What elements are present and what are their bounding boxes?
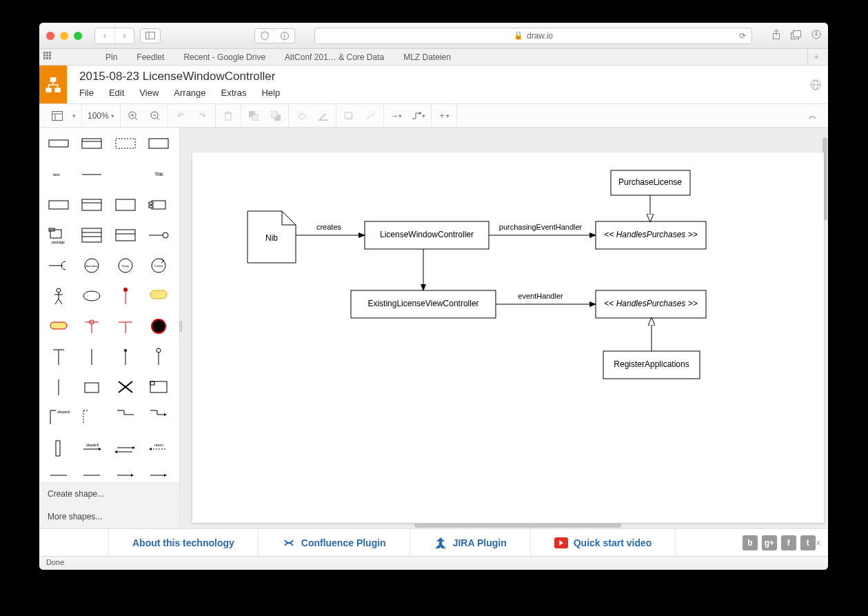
shape-thumb[interactable]	[77, 373, 108, 402]
waypoint-style-button[interactable]: ▾	[412, 109, 425, 123]
language-button[interactable]	[803, 66, 828, 103]
shape-thumb[interactable]	[110, 221, 142, 250]
shape-thumb[interactable]	[143, 312, 175, 341]
shape-thumb[interactable]	[77, 191, 108, 220]
shape-thumb[interactable]	[77, 404, 108, 433]
bookmark-link[interactable]: Pin	[96, 52, 127, 62]
bookmark-link[interactable]: Recent - Google Drive	[174, 52, 275, 62]
shape-thumb[interactable]: Boundary	[77, 252, 108, 281]
close-promo-button[interactable]: ×	[816, 537, 821, 548]
shape-thumb[interactable]	[143, 464, 175, 482]
shape-thumb[interactable]	[77, 221, 108, 250]
connector-style-button[interactable]: → ▾	[390, 109, 403, 123]
zoom-level[interactable]: 100% ▾	[88, 111, 114, 121]
more-shapes-button[interactable]: More shapes...	[39, 506, 179, 528]
chevron-down-icon[interactable]: ▾	[72, 112, 76, 119]
horizontal-scrollbar[interactable]	[414, 523, 621, 528]
shape-thumb[interactable]	[110, 464, 142, 482]
promo-confluence[interactable]: Confluence Plugin	[259, 529, 410, 556]
sidebar-toggle-button[interactable]	[140, 28, 161, 43]
downloads-icon[interactable]	[811, 30, 821, 42]
shape-thumb[interactable]	[43, 373, 75, 402]
sidebar-splitter[interactable]	[179, 321, 182, 332]
shape-thumb[interactable]: Entity	[110, 252, 142, 281]
googleplus-icon[interactable]: g+	[762, 535, 777, 550]
shape-thumb[interactable]	[110, 404, 142, 433]
shape-thumb[interactable]	[43, 130, 75, 159]
shape-thumb[interactable]	[143, 130, 175, 159]
shape-thumb[interactable]	[110, 191, 142, 220]
shape-thumb[interactable]	[110, 130, 142, 159]
menu-edit[interactable]: Edit	[109, 88, 124, 98]
url-bar[interactable]: 🔒 draw.io ⟳	[314, 28, 752, 44]
shape-thumb[interactable]	[110, 343, 142, 372]
blogger-icon[interactable]: b	[743, 535, 758, 550]
shape-thumb[interactable]	[43, 191, 75, 220]
shape-thumb[interactable]	[77, 343, 108, 372]
menu-arrange[interactable]: Arrange	[174, 88, 205, 98]
shape-thumb[interactable]: Control	[143, 252, 175, 281]
delete-button[interactable]	[221, 109, 235, 123]
insert-button[interactable]: ＋ ▾	[437, 109, 451, 123]
to-back-button[interactable]	[269, 109, 283, 123]
shape-thumb[interactable]	[110, 373, 142, 402]
promo-jira[interactable]: JIRA Plugin	[410, 529, 531, 556]
shape-thumb[interactable]	[110, 434, 142, 463]
bookmark-link[interactable]: MLZ Dateien	[394, 52, 461, 62]
redo-button[interactable]: ↷	[196, 109, 210, 123]
shape-thumb[interactable]	[110, 161, 142, 190]
shape-thumb[interactable]	[143, 282, 175, 311]
tabs-icon[interactable]	[791, 30, 802, 42]
shape-thumb[interactable]	[43, 464, 75, 482]
twitter-icon[interactable]: t	[800, 535, 816, 550]
shape-thumb[interactable]: dispatch	[77, 434, 108, 463]
shape-thumb[interactable]	[143, 373, 175, 402]
shape-thumb[interactable]	[77, 464, 108, 482]
shape-thumb[interactable]: dispatch	[43, 404, 75, 433]
top-sites-icon[interactable]	[43, 52, 54, 63]
shape-thumb[interactable]	[77, 282, 108, 311]
app-logo[interactable]	[39, 66, 67, 103]
close-window-button[interactable]	[46, 32, 54, 40]
shape-thumb[interactable]	[43, 282, 75, 311]
zoom-in-button[interactable]	[126, 109, 140, 123]
create-shape-button[interactable]: Create shape...	[39, 483, 179, 506]
diagram-canvas[interactable]: Nib LicenseWindowController ExistingLice…	[192, 152, 824, 523]
shadow-button[interactable]	[342, 109, 356, 123]
forward-button[interactable]: ›	[114, 28, 134, 43]
shape-thumb[interactable]	[77, 312, 108, 341]
facebook-icon[interactable]: f	[781, 535, 796, 550]
shape-thumb[interactable]: return	[143, 434, 175, 463]
to-front-button[interactable]	[247, 109, 261, 123]
info-button[interactable]: i	[274, 28, 295, 43]
shape-thumb[interactable]	[143, 221, 175, 250]
fill-color-button[interactable]	[294, 109, 308, 123]
shape-thumb[interactable]	[110, 312, 142, 341]
document-title[interactable]: 2015-08-23 LicenseWindowController	[79, 70, 791, 83]
menu-help[interactable]: Help	[261, 88, 280, 98]
line-color-button[interactable]	[316, 109, 330, 123]
shape-thumb[interactable]	[43, 434, 75, 463]
share-icon[interactable]	[771, 29, 781, 43]
shape-thumb[interactable]: Title	[143, 161, 175, 190]
shape-thumb[interactable]: text	[43, 161, 75, 190]
zoom-out-button[interactable]	[148, 109, 162, 123]
promo-video[interactable]: Quick start video	[531, 529, 676, 556]
menu-file[interactable]: File	[79, 88, 94, 98]
shape-thumb[interactable]	[43, 343, 75, 372]
shape-thumb[interactable]	[110, 282, 142, 311]
shape-thumb[interactable]	[143, 404, 175, 433]
undo-button[interactable]: ↶	[174, 109, 188, 123]
back-button[interactable]: ‹	[95, 28, 114, 43]
reload-icon[interactable]: ⟳	[739, 31, 746, 41]
bookmark-link[interactable]: AltConf 201… & Core Data	[275, 52, 394, 62]
shape-thumb[interactable]	[143, 343, 175, 372]
new-tab-button[interactable]: ＋	[807, 49, 824, 65]
shape-thumb[interactable]	[43, 252, 75, 281]
connection-button[interactable]	[364, 109, 378, 123]
shape-thumb[interactable]	[143, 191, 175, 220]
maximize-window-button[interactable]	[74, 32, 82, 40]
menu-extras[interactable]: Extras	[221, 88, 247, 98]
minimize-window-button[interactable]	[60, 32, 68, 40]
shield-button[interactable]	[254, 28, 275, 43]
